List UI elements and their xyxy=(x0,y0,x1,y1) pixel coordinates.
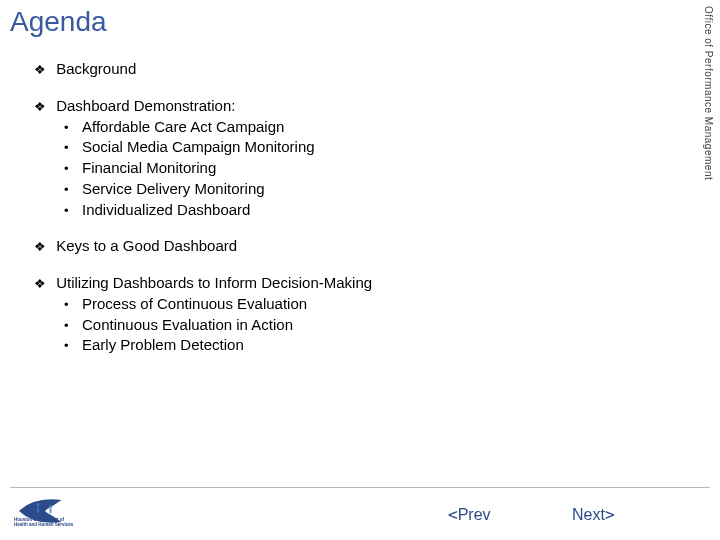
svg-rect-1 xyxy=(37,507,39,513)
chevron-right-icon: > xyxy=(605,505,615,524)
agenda-content: Background Dashboard Demonstration: Affo… xyxy=(34,60,680,357)
sub-bullet: Affordable Care Act Campaign xyxy=(64,118,680,137)
sub-bullet-text: Financial Monitoring xyxy=(82,159,216,176)
logo-text-bottom: Health and Human Services xyxy=(14,522,74,527)
sub-bullet: Early Problem Detection xyxy=(64,336,680,355)
prev-button[interactable]: <Prev xyxy=(448,505,491,524)
sub-bullet-text: Service Delivery Monitoring xyxy=(82,180,265,197)
bullet-keys: Keys to a Good Dashboard xyxy=(34,237,680,256)
next-button[interactable]: Next> xyxy=(572,505,615,524)
bullet-text: Background xyxy=(56,60,136,77)
sub-bullet: Individualized Dashboard xyxy=(64,201,680,220)
svg-rect-5 xyxy=(50,509,52,514)
divider xyxy=(10,487,710,488)
sub-bullet-text: Social Media Campaign Monitoring xyxy=(82,138,315,155)
sub-bullet-text: Affordable Care Act Campaign xyxy=(82,118,284,135)
logo-text-top: Houston Department of xyxy=(14,517,65,522)
sub-bullet-text: Individualized Dashboard xyxy=(82,201,250,218)
sub-bullet: Service Delivery Monitoring xyxy=(64,180,680,199)
next-label: Next xyxy=(572,506,605,523)
svg-rect-3 xyxy=(43,509,46,517)
page-title: Agenda xyxy=(10,6,107,38)
sub-bullet: Financial Monitoring xyxy=(64,159,680,178)
bullet-text: Utilizing Dashboards to Inform Decision-… xyxy=(56,274,372,291)
svg-point-2 xyxy=(42,504,47,509)
bullet-text: Dashboard Demonstration: xyxy=(56,97,235,114)
sub-bullet: Social Media Campaign Monitoring xyxy=(64,138,680,157)
sub-bullet-text: Continuous Evaluation in Action xyxy=(82,316,293,333)
slide: Agenda Office of Performance Management … xyxy=(0,0,720,540)
prev-label: Prev xyxy=(458,506,491,523)
svg-point-0 xyxy=(36,503,40,507)
sub-bullet: Continuous Evaluation in Action xyxy=(64,316,680,335)
sub-bullet: Process of Continuous Evaluation xyxy=(64,295,680,314)
chevron-left-icon: < xyxy=(448,505,458,524)
bullet-utilizing: Utilizing Dashboards to Inform Decision-… xyxy=(34,274,680,293)
side-label: Office of Performance Management xyxy=(700,6,714,180)
sub-bullet-text: Process of Continuous Evaluation xyxy=(82,295,307,312)
sub-bullet-text: Early Problem Detection xyxy=(82,336,244,353)
svg-point-4 xyxy=(49,506,52,509)
bullet-text: Keys to a Good Dashboard xyxy=(56,237,237,254)
bullet-dashboard-demo: Dashboard Demonstration: xyxy=(34,97,680,116)
bullet-background: Background xyxy=(34,60,680,79)
logo: Houston Department of Health and Human S… xyxy=(14,494,124,528)
